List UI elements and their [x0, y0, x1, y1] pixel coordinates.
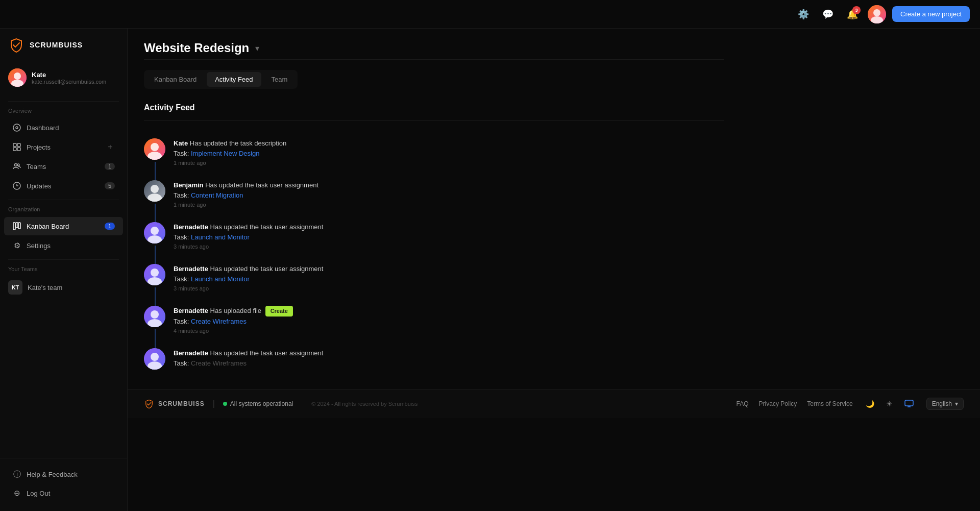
projects-label: Projects	[27, 143, 101, 151]
org-label: Organization	[0, 204, 127, 216]
activity-task-link-4[interactable]: Launch and Monitor	[191, 275, 250, 283]
activity-task-link-2[interactable]: Content Migration	[191, 191, 243, 199]
activity-avatar-bernadette-4	[144, 264, 165, 285]
moon-icon[interactable]: 🌙	[863, 397, 877, 411]
svg-rect-8	[13, 143, 16, 147]
tabs-container: Kanban Board Activity Feed Team	[144, 70, 298, 89]
footer-logo-icon	[144, 399, 154, 409]
svg-point-31	[151, 310, 159, 319]
footer-privacy[interactable]: Privacy Policy	[759, 400, 797, 407]
team-name-kates: Kate's team	[28, 284, 62, 291]
sidebar: SCRUMBUISS Kate kate.russell@scrumbuiss.…	[0, 29, 128, 511]
dashboard-label: Dashboard	[27, 124, 115, 132]
sidebar-user[interactable]: Kate kate.russell@scrumbuiss.com	[0, 63, 127, 97]
language-label: English	[932, 400, 952, 407]
sun-icon[interactable]: ☀	[883, 397, 897, 411]
divider-1	[8, 101, 119, 102]
activity-task-link-1[interactable]: Implement New Design	[191, 150, 259, 157]
activity-item-1: Kate Has updated the task description Ta…	[144, 131, 724, 173]
svg-point-25	[151, 227, 159, 235]
sidebar-item-kanban[interactable]: Kanban Board 1	[4, 217, 123, 235]
activity-time-5: 4 minutes ago	[174, 328, 724, 334]
language-selector[interactable]: English ▾	[926, 398, 964, 410]
sidebar-item-logout[interactable]: ⊖ Log Out	[4, 484, 123, 502]
activity-avatar-bernadette-3	[144, 222, 165, 244]
footer-copyright: © 2024 - All rights reserved by Scrumbui…	[311, 401, 418, 407]
user-email: kate.russell@scrumbuiss.com	[32, 79, 106, 85]
footer-faq[interactable]: FAQ	[737, 400, 749, 407]
sidebar-item-settings[interactable]: ⚙ Settings	[4, 236, 123, 255]
svg-point-4	[14, 72, 21, 80]
sidebar-item-dashboard[interactable]: Dashboard	[4, 118, 123, 137]
activity-divider	[144, 120, 724, 121]
kanban-label: Kanban Board	[27, 223, 100, 230]
svg-point-7	[16, 127, 18, 129]
activity-body-5: Bernadette Has uploaded file Create Task…	[174, 306, 724, 334]
activity-task-label-1: Task:	[174, 150, 191, 157]
footer-separator: |	[213, 399, 215, 408]
help-icon: ⓘ	[12, 470, 21, 479]
activity-avatar-kate	[144, 138, 165, 160]
activity-task-link-5[interactable]: Create Wireframes	[191, 318, 247, 325]
svg-point-28	[151, 269, 159, 277]
project-title: Website Redesign	[144, 41, 249, 55]
help-label: Help & Feedback	[27, 471, 115, 478]
user-name: Kate	[32, 71, 106, 79]
settings-icon[interactable]: ⚙️	[794, 5, 813, 23]
divider-3	[8, 259, 119, 260]
tab-team[interactable]: Team	[263, 72, 296, 87]
user-avatar	[8, 68, 27, 87]
footer-terms[interactable]: Terms of Service	[807, 400, 852, 407]
sidebar-item-projects[interactable]: Projects +	[4, 138, 123, 156]
sidebar-item-updates[interactable]: Updates 5	[4, 177, 123, 195]
svg-rect-17	[18, 223, 20, 229]
activity-time-2: 1 minute ago	[174, 202, 724, 208]
sidebar-item-teams[interactable]: Teams 1	[4, 157, 123, 176]
activity-task-link-3[interactable]: Launch and Monitor	[191, 233, 250, 241]
notification-count: 3	[852, 6, 861, 14]
svg-rect-10	[13, 148, 16, 151]
tab-activity[interactable]: Activity Feed	[207, 72, 261, 87]
top-header: ⚙️ 💬 🔔 3 Create a new project	[0, 0, 980, 29]
activity-action-1: Has updated the task description	[190, 139, 286, 147]
updates-label: Updates	[27, 182, 100, 190]
activity-action-2: Has updated the task user assignment	[205, 181, 318, 189]
user-avatar-header[interactable]	[868, 5, 886, 23]
activity-action-3: Has updated the task user assignment	[210, 223, 324, 231]
updates-icon	[12, 181, 21, 190]
activity-task-link-6[interactable]: Create Wireframes	[191, 359, 247, 367]
activity-user-2: Benjamin	[174, 181, 204, 189]
sidebar-team-kates[interactable]: KT Kate's team	[0, 276, 127, 299]
activity-time-1: 1 minute ago	[174, 160, 724, 166]
notifications-icon[interactable]: 🔔 3	[843, 5, 862, 23]
updates-badge: 5	[105, 182, 115, 189]
add-project-icon[interactable]: +	[106, 142, 115, 152]
create-project-button[interactable]: Create a new project	[892, 6, 970, 22]
team-avatar-kt: KT	[8, 280, 22, 295]
activity-action-6: Has updated the task user assignment	[210, 349, 324, 357]
activity-item-4: Bernadette Has updated the task user ass…	[144, 257, 724, 299]
activity-text-4: Bernadette Has updated the task user ass…	[174, 264, 724, 284]
activity-avatar-bernadette-6	[144, 348, 165, 370]
activity-text-3: Bernadette Has updated the task user ass…	[174, 222, 724, 242]
project-dropdown-icon[interactable]: ▾	[255, 43, 259, 53]
activity-body-3: Bernadette Has updated the task user ass…	[174, 222, 724, 250]
activity-body-4: Bernadette Has updated the task user ass…	[174, 264, 724, 291]
activity-avatar-benjamin	[144, 180, 165, 202]
activity-list: Kate Has updated the task description Ta…	[144, 131, 724, 377]
tab-kanban[interactable]: Kanban Board	[146, 72, 205, 87]
activity-item-3: Bernadette Has updated the task user ass…	[144, 215, 724, 257]
footer-logo-text: SCRUMBUISS	[158, 400, 205, 407]
logo-text: SCRUMBUISS	[30, 41, 83, 49]
teams-label: Teams	[27, 163, 100, 171]
activity-user-4: Bernadette	[174, 265, 208, 273]
monitor-icon[interactable]	[902, 397, 916, 411]
svg-point-22	[151, 185, 159, 193]
activity-item-6: Bernadette Has updated the task user ass…	[144, 341, 724, 377]
svg-rect-15	[13, 223, 15, 230]
sidebar-item-help[interactable]: ⓘ Help & Feedback	[4, 465, 123, 483]
svg-rect-9	[17, 143, 20, 147]
messages-icon[interactable]: 💬	[819, 5, 837, 23]
svg-rect-16	[16, 223, 18, 228]
svg-point-13	[17, 164, 19, 166]
